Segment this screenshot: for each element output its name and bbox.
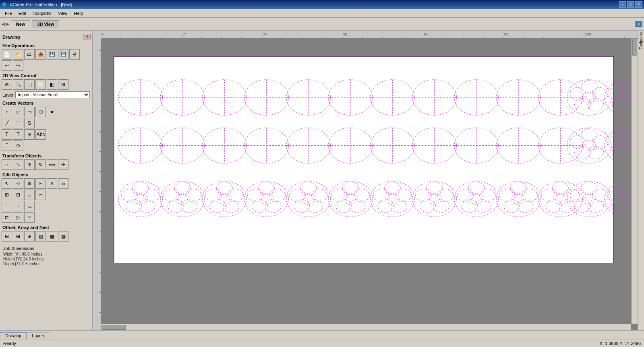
v-scroll-thumb[interactable]: [632, 39, 637, 56]
menu-file[interactable]: File: [2, 10, 15, 17]
new-file-button[interactable]: 📄: [2, 49, 12, 60]
close-button[interactable]: ✕: [635, 1, 642, 8]
fillet-button[interactable]: ⌔: [24, 212, 35, 223]
text-on-curve-button[interactable]: T: [13, 129, 23, 140]
draw-arc-button[interactable]: ⌒: [13, 118, 23, 128]
title-bar-controls[interactable]: − □ ✕: [619, 1, 642, 8]
node-edit-button[interactable]: ⊹: [13, 178, 23, 189]
select-button[interactable]: ↖: [2, 178, 12, 189]
text-button[interactable]: T: [2, 129, 12, 140]
zoom-previous-button[interactable]: ◧: [47, 79, 57, 90]
layout-button[interactable]: ▦: [47, 231, 57, 242]
smart-span-button[interactable]: ⌒: [2, 140, 12, 151]
close-btn2[interactable]: ⌒: [2, 201, 12, 211]
redo-button[interactable]: ↪: [13, 60, 23, 71]
vertical-scrollbar[interactable]: [631, 39, 638, 324]
canvas-area[interactable]: [93, 31, 638, 330]
zoom-job-button[interactable]: ⊞: [58, 79, 68, 90]
join-button[interactable]: ⊏: [2, 212, 12, 223]
import-button[interactable]: 📥: [35, 49, 46, 60]
ungroup-button[interactable]: ⊟: [13, 190, 23, 200]
zoom-selection-button[interactable]: ⬜: [35, 79, 46, 90]
draw-circle-button[interactable]: ○: [2, 107, 12, 117]
print-button[interactable]: 🖨: [69, 49, 80, 60]
panel-collapse-button[interactable]: 📌: [83, 34, 91, 39]
move-button[interactable]: ↔: [2, 159, 12, 170]
section-create-vectors: Create Vectors: [2, 101, 90, 105]
draw-line-button[interactable]: ╱: [2, 118, 12, 128]
draw-rect-button[interactable]: ▭: [24, 107, 35, 117]
view-control-row: ⊕ 🔍 ⬚ ⬜ ◧ ⊞: [2, 79, 91, 90]
ruler-top-canvas: [101, 31, 638, 39]
section-transform: Transform Objects: [2, 153, 90, 158]
create-vectors-row4: ⌒ ⊙: [2, 140, 91, 151]
layer-select[interactable]: Import - Vectors Small: [15, 91, 90, 98]
align-button[interactable]: ⊞: [24, 159, 35, 170]
status-coordinates: X: 1.3889 Y: 14.2496: [599, 341, 641, 346]
smooth-button[interactable]: ~: [13, 201, 23, 211]
draw-star-button[interactable]: ★: [47, 107, 57, 117]
arc-btn2[interactable]: ⌓: [24, 201, 35, 211]
open-file-button[interactable]: 📂: [13, 49, 23, 60]
draw-polygon-button[interactable]: ⬡: [35, 107, 46, 117]
horizontal-scrollbar[interactable]: [101, 324, 631, 330]
menu-edit[interactable]: Edit: [15, 10, 29, 17]
text-engraving-button[interactable]: Abc: [35, 129, 46, 140]
save-button[interactable]: 💾: [47, 49, 57, 60]
right-panel[interactable]: Toolpaths: [638, 31, 644, 330]
position-button[interactable]: ✛: [58, 159, 68, 170]
ruler-left: [93, 31, 101, 330]
canvas-viewport[interactable]: [101, 39, 631, 324]
distort-button[interactable]: ⌓: [24, 190, 35, 200]
array-button[interactable]: ⊞: [24, 231, 35, 242]
spiral-button[interactable]: ⊙: [13, 140, 23, 151]
trim-button[interactable]: ✂: [35, 178, 46, 189]
tab-drawing[interactable]: Drawing: [0, 332, 27, 339]
layer-label: Layer: [2, 93, 14, 97]
rotate-button[interactable]: ↻: [35, 159, 46, 170]
zoom-in-button[interactable]: 🔍: [13, 79, 23, 90]
minimize-button[interactable]: −: [619, 1, 626, 8]
panel-drawing-title: Drawing: [2, 35, 20, 39]
draw-s-button[interactable]: S: [24, 118, 35, 128]
scissors-button[interactable]: ✂: [35, 190, 46, 200]
create-vectors-row3: T T ⊞ Abc: [2, 129, 91, 140]
zoom-box-button[interactable]: ⬚: [24, 79, 35, 90]
toolbar-area: ◀ ▶ New 3D View ✕: [0, 18, 644, 31]
tab-new[interactable]: New: [11, 20, 31, 28]
draw-ellipse-button[interactable]: ⬭: [13, 107, 23, 117]
add-node-button[interactable]: ⊕: [24, 178, 35, 189]
nesting-button[interactable]: ▤: [35, 231, 46, 242]
zoom-all-button[interactable]: ⊕: [2, 79, 12, 90]
maximize-button[interactable]: □: [627, 1, 634, 8]
file-ops-row: 📄 📂 🗂 📥 💾 💾 🖨 ↩ ↪: [2, 49, 91, 71]
text-3d-button[interactable]: ⊞: [24, 129, 35, 140]
menu-view[interactable]: View: [55, 10, 71, 17]
delete-button[interactable]: ✕: [47, 178, 57, 189]
job-width: Width [X]: 96.0 inches: [3, 252, 89, 256]
extend-button[interactable]: ▷: [13, 212, 23, 223]
main-layout: Drawing 📌 File Operations 📄 📂 🗂 📥 💾 💾 🖨 …: [0, 31, 644, 330]
status-ready: Ready: [3, 341, 16, 346]
left-panel: Drawing 📌 File Operations 📄 📂 🗂 📥 💾 💾 🖨 …: [0, 31, 93, 330]
edit-row1: ↖ ⊹ ⊕ ✂ ✕ ⌀: [2, 178, 91, 189]
menu-toolpaths[interactable]: Toolpaths: [29, 10, 55, 17]
toolpaths-label[interactable]: Toolpaths: [639, 32, 643, 50]
ruler-left-canvas: [93, 31, 101, 330]
menu-help[interactable]: Help: [70, 10, 86, 17]
weld-button[interactable]: ⌀: [58, 178, 68, 189]
fill-button[interactable]: ▩: [58, 231, 68, 242]
pocket-button[interactable]: ⊞: [13, 231, 23, 242]
title-bar-left: 🔷 VCarve Pro Trial Edition - [New]: [2, 2, 72, 7]
group-button[interactable]: ⊞: [2, 190, 12, 200]
save-as-button[interactable]: 💾: [58, 49, 68, 60]
mirror-button[interactable]: ⟺: [47, 159, 57, 170]
undo-button[interactable]: ↩: [2, 60, 12, 71]
h-scroll-thumb[interactable]: [101, 325, 126, 330]
tab-layers[interactable]: Layers: [27, 332, 50, 339]
tab-3d-view[interactable]: 3D View: [32, 20, 59, 28]
offset-button[interactable]: ⊟: [2, 231, 12, 242]
size-button[interactable]: ⤡: [13, 159, 23, 170]
open-folder-button[interactable]: 🗂: [24, 49, 35, 60]
tab-close-button[interactable]: ✕: [635, 21, 642, 27]
